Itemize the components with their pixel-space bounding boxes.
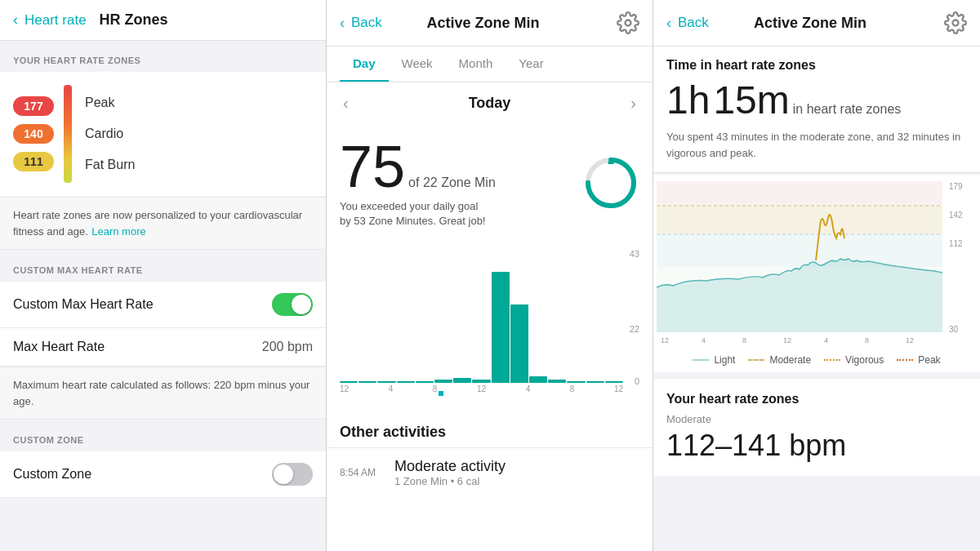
- hr-hours: 1h: [666, 78, 710, 122]
- zone-range-label: Moderate: [666, 413, 967, 425]
- x-label: 12: [340, 384, 349, 393]
- activity-section: Other activities 8:54 AM Moderate activi…: [327, 411, 653, 497]
- svg-point-0: [626, 20, 631, 26]
- chart-section: 43 22 0 12: [327, 242, 653, 404]
- panel3-header: ‹ Back Active Zone Min: [653, 0, 980, 47]
- tab-month[interactable]: Month: [446, 47, 506, 82]
- circle-progress: [582, 154, 639, 211]
- next-date-arrow[interactable]: ›: [630, 94, 636, 113]
- tab-day[interactable]: Day: [340, 47, 389, 82]
- svg-rect-5: [657, 181, 942, 206]
- bar-chart: 43 22 0 12: [340, 249, 639, 404]
- legend-label-moderate: Moderate: [769, 354, 811, 366]
- activity-info: Moderate activity 1 Zone Min • 6 cal: [394, 458, 506, 487]
- zones-card: 177 140 111 Peak Cardio Fat Burn: [0, 72, 326, 196]
- max-hr-label: Max Heart Rate: [13, 340, 105, 354]
- hr-chart-area: 179 142 112 30 12 4 8 12 4 8 12 Light: [653, 175, 980, 372]
- x-label: 12: [614, 384, 623, 393]
- toggle-off-thumb: [274, 464, 293, 484]
- your-zones-title: Your heart rate zones: [666, 392, 967, 407]
- chart-bar: [529, 376, 547, 383]
- activities-header: Other activities: [327, 411, 653, 447]
- section-hr-zones-label: YOUR HEART RATE ZONES: [0, 41, 326, 72]
- hr-description: You spent 43 minutes in the moderate zon…: [666, 129, 967, 161]
- zone-range-value: 112–141 bpm: [666, 429, 967, 463]
- chart-x-labels: 12 4 8 12 4 8 12: [340, 384, 639, 393]
- chart-bar: [472, 380, 490, 384]
- tab-week[interactable]: Week: [389, 47, 446, 82]
- legend-label-peak: Peak: [918, 354, 940, 366]
- zone-minutes-info: 75 of 22 Zone Min You exceeded your dail…: [340, 137, 496, 229]
- time-in-zones-title: Time in heart rate zones: [666, 58, 967, 73]
- activity-detail: 1 Zone Min • 6 cal: [394, 475, 506, 487]
- legend-line-moderate: [748, 359, 764, 361]
- hr-line-chart: 179 142 112 30 12 4 8 12 4 8 12: [657, 181, 975, 344]
- panel-hr-zones-detail: ‹ Back Active Zone Min Time in heart rat…: [653, 0, 980, 551]
- toggle-thumb: [292, 295, 311, 314]
- zone-label-fatburn: Fat Burn: [85, 158, 135, 172]
- zone-badge-fatburn: 111: [13, 152, 54, 171]
- learn-more-link[interactable]: Learn more: [91, 225, 145, 238]
- dot-marker: [439, 391, 443, 396]
- hr-zones-info: Heart rate zones are now personalized to…: [0, 197, 326, 250]
- custom-max-hr-row: Custom Max Heart Rate: [0, 282, 326, 328]
- x-label: 4: [389, 384, 394, 393]
- custom-zone-row: Custom Zone: [0, 451, 326, 498]
- svg-text:142: 142: [949, 211, 963, 220]
- max-hr-note-text: Maximum heart rate calculated as follows…: [13, 379, 310, 407]
- back-link-3[interactable]: Back: [678, 15, 709, 31]
- legend-label-vigorous: Vigorous: [845, 354, 884, 366]
- chart-bars-container: [340, 252, 639, 383]
- zones-labels: Peak Cardio Fat Burn: [85, 96, 135, 172]
- x-label: 4: [526, 384, 531, 393]
- custom-zone-text: Custom Zone: [13, 467, 91, 482]
- panel-active-zone: ‹ Back Active Zone Min Day Week Month Ye…: [327, 0, 653, 551]
- panel3-title: Active Zone Min: [715, 15, 905, 32]
- hr-in-zones-text: in heart rate zones: [793, 102, 902, 117]
- svg-point-4: [953, 20, 959, 26]
- custom-zone-toggle[interactable]: [272, 463, 313, 486]
- svg-text:179: 179: [949, 182, 963, 191]
- custom-max-hr-toggle[interactable]: [272, 293, 313, 316]
- activity-time: 8:54 AM: [340, 467, 385, 478]
- panel-heart-rate: ‹ Heart rate HR Zones YOUR HEART RATE ZO…: [0, 0, 327, 551]
- hr-zones-info-text: Heart rate zones are now personalized to…: [13, 209, 302, 238]
- tabs-bar: Day Week Month Year: [327, 47, 653, 82]
- legend-vigorous: Vigorous: [824, 354, 884, 366]
- your-zones-section: Your heart rate zones Moderate 112–141 b…: [653, 379, 980, 476]
- back-link-2[interactable]: Back: [351, 15, 382, 31]
- legend-line-light: [693, 359, 709, 361]
- chart-bar: [359, 381, 376, 383]
- panel1-header: ‹ Heart rate HR Zones: [0, 0, 326, 41]
- zone-minutes-number: 75: [340, 137, 405, 196]
- activity-item[interactable]: 8:54 AM Moderate activity 1 Zone Min • 6…: [327, 447, 653, 497]
- chart-bar: [434, 380, 452, 384]
- svg-text:12: 12: [906, 336, 914, 344]
- tab-year[interactable]: Year: [506, 47, 556, 82]
- zone-badge-peak: 177: [13, 96, 54, 116]
- prev-date-arrow[interactable]: ‹: [343, 94, 349, 113]
- svg-text:30: 30: [949, 325, 959, 334]
- chart-bar: [605, 381, 623, 383]
- max-hr-row[interactable]: Max Heart Rate 200 bpm: [0, 328, 326, 367]
- chart-bar: [453, 378, 471, 383]
- svg-text:8: 8: [865, 336, 869, 344]
- back-arrow-icon: ‹: [13, 11, 18, 29]
- zone-badge-cardio: 140: [13, 124, 54, 144]
- svg-text:12: 12: [783, 336, 791, 344]
- back-link[interactable]: Heart rate: [24, 12, 87, 29]
- gear-icon-3[interactable]: [944, 11, 967, 34]
- chart-y-22: 22: [630, 324, 639, 334]
- zones-gradient-bar: [64, 85, 72, 183]
- chart-bar: [416, 381, 434, 383]
- gear-icon-2[interactable]: [617, 11, 639, 34]
- panel1-title: HR Zones: [100, 11, 168, 29]
- legend-light: Light: [693, 354, 735, 366]
- zone-badges: 177 140 111: [13, 96, 54, 171]
- chart-bar-tall: [492, 272, 510, 383]
- panel2-title: Active Zone Min: [389, 15, 577, 32]
- chart-y-43: 43: [630, 249, 639, 259]
- hr-mins: 15m: [713, 78, 789, 122]
- date-label: Today: [469, 95, 511, 112]
- max-hr-note: Maximum heart rate calculated as follows…: [0, 367, 326, 420]
